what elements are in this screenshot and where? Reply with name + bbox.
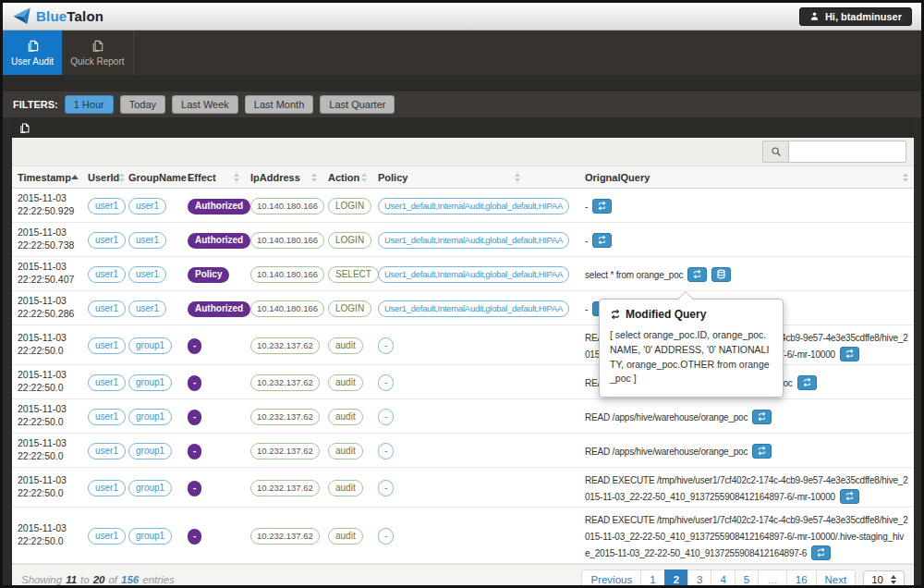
groupname-badge[interactable]: group1 (128, 337, 172, 355)
pagination-page-2-active[interactable]: 2 (664, 570, 688, 588)
policy-badge[interactable]: - (378, 480, 394, 497)
action-badge[interactable]: SELECT (328, 266, 379, 284)
modified-query-button[interactable] (797, 375, 817, 390)
action-badge[interactable]: LOGIN (328, 198, 371, 215)
tab-quick-report[interactable]: Quick Report (62, 31, 133, 75)
page-size-select[interactable]: 10 (863, 570, 905, 588)
action-badge[interactable]: audit (328, 443, 363, 460)
pagination-page-3[interactable]: 3 (687, 570, 711, 588)
action-badge[interactable]: audit (328, 374, 363, 392)
modified-query-button[interactable] (840, 347, 859, 361)
column-header-policy[interactable]: Policy (372, 172, 579, 183)
original-query-text: - (585, 202, 588, 212)
main-tabbar: User Audit Quick Report (3, 31, 921, 75)
app-window: BlueTalon Hi, btadminuser User Audit Qui… (0, 0, 924, 588)
userid-badge[interactable]: user1 (88, 409, 126, 426)
groupname-badge[interactable]: user1 (128, 266, 166, 284)
pagination-page-1[interactable]: 1 (640, 570, 664, 588)
pagination-page-5[interactable]: 5 (735, 570, 759, 588)
userid-badge[interactable]: user1 (88, 198, 126, 215)
filter-last-week[interactable]: Last Week (172, 95, 238, 114)
action-badge[interactable]: audit (328, 337, 363, 355)
ipaddress-badge[interactable]: 10.232.137.62 (250, 337, 320, 354)
policy-badge[interactable]: User1_default,InternalAudit,global_defau… (378, 198, 569, 214)
column-header-userid[interactable]: UserId (82, 172, 123, 183)
modified-query-button[interactable] (592, 199, 612, 214)
column-header-ipaddress[interactable]: IpAddress (245, 172, 322, 183)
filter-last-month[interactable]: Last Month (245, 95, 313, 114)
repeat-icon (802, 377, 812, 387)
groupname-badge[interactable]: group1 (128, 528, 172, 545)
action-badge[interactable]: LOGIN (328, 300, 371, 318)
filter-today[interactable]: Today (120, 95, 165, 114)
table-row: 2015-11-0322:22:50.0 user1 group1 - 10.2… (12, 399, 914, 434)
groupname-badge[interactable]: user1 (128, 198, 166, 215)
ipaddress-badge[interactable]: 10.232.137.62 (250, 409, 320, 425)
policy-badge[interactable]: - (378, 409, 394, 426)
filter-last-quarter[interactable]: Last Quarter (320, 95, 395, 114)
policy-badge[interactable]: User1_default,InternalAudit,global_defau… (378, 232, 569, 249)
ipaddress-badge[interactable]: 10.140.180.166 (250, 300, 324, 317)
timestamp-cell: 2015-11-0322:22:50.0 (12, 435, 82, 465)
ipaddress-badge[interactable]: 10.140.180.166 (250, 232, 324, 249)
userid-badge[interactable]: user1 (88, 528, 126, 545)
column-header-action[interactable]: Action (322, 172, 372, 183)
groupname-badge[interactable]: group1 (128, 443, 172, 460)
report-icon[interactable] (18, 122, 30, 134)
userid-badge[interactable]: user1 (88, 266, 126, 284)
tab-user-audit[interactable]: User Audit (3, 31, 62, 75)
policy-badge[interactable]: - (378, 374, 394, 392)
ipaddress-badge[interactable]: 10.232.137.62 (250, 374, 320, 391)
groupname-badge[interactable]: group1 (128, 409, 172, 426)
modified-query-button[interactable] (752, 410, 772, 424)
brand-name: BlueTalon (36, 8, 103, 24)
column-header-orignalquery[interactable]: OrignalQuery (579, 172, 914, 183)
policy-badge[interactable]: - (378, 337, 394, 355)
pagination-previous[interactable]: Previous (581, 570, 641, 588)
userid-badge[interactable]: user1 (88, 300, 126, 318)
modified-query-button[interactable] (752, 444, 772, 459)
groupname-badge[interactable]: group1 (128, 480, 172, 497)
modified-query-button[interactable] (592, 233, 612, 248)
filter-1-hour[interactable]: 1 Hour (65, 95, 114, 114)
column-header-timestamp[interactable]: Timestamp (12, 172, 82, 183)
groupname-badge[interactable]: user1 (128, 300, 166, 318)
userid-badge[interactable]: user1 (88, 232, 126, 250)
original-query-cell: - (579, 194, 914, 216)
query-result-button[interactable] (711, 267, 731, 282)
search-input[interactable] (788, 141, 906, 163)
sort-icon (234, 173, 239, 182)
pagination-page-16[interactable]: 16 (786, 570, 817, 588)
action-badge[interactable]: audit (328, 409, 363, 426)
pagination-next[interactable]: Next (816, 570, 857, 588)
groupname-badge[interactable]: user1 (128, 232, 166, 250)
userid-badge[interactable]: user1 (88, 337, 126, 355)
modified-query-button[interactable] (687, 267, 707, 282)
groupname-badge[interactable]: group1 (128, 374, 172, 392)
effect-badge: Authorized (188, 199, 250, 214)
modified-query-button[interactable] (811, 545, 831, 560)
ipaddress-badge[interactable]: 10.140.180.166 (250, 198, 324, 214)
policy-badge[interactable]: - (378, 443, 394, 460)
userid-badge[interactable]: user1 (88, 374, 126, 392)
userid-badge[interactable]: user1 (88, 443, 126, 460)
table-row: 2015-11-0322:22:50.929 user1 user1 Autho… (12, 189, 914, 223)
action-badge[interactable]: audit (328, 528, 363, 545)
ipaddress-badge[interactable]: 10.232.137.62 (250, 443, 320, 459)
policy-badge[interactable]: - (378, 528, 394, 545)
ipaddress-badge[interactable]: 10.232.137.62 (250, 480, 320, 496)
action-badge[interactable]: audit (328, 480, 363, 497)
policy-badge[interactable]: User1_default,InternalAudit,global_defau… (378, 266, 569, 283)
column-header-groupname[interactable]: GroupName (123, 172, 182, 183)
policy-badge[interactable]: User1_default,InternalAudit,global_defau… (378, 300, 569, 317)
timestamp-cell: 2015-11-0322:22:50.0 (12, 329, 82, 360)
pagination-page-4[interactable]: 4 (711, 570, 735, 588)
modified-query-button[interactable] (840, 489, 859, 504)
ipaddress-badge[interactable]: 10.140.180.166 (250, 266, 324, 283)
column-header-effect[interactable]: Effect (182, 172, 245, 183)
userid-badge[interactable]: user1 (88, 480, 126, 497)
action-badge[interactable]: LOGIN (328, 232, 371, 250)
ipaddress-badge[interactable]: 10.232.137.62 (250, 528, 320, 545)
panel-header-strip (12, 117, 914, 138)
user-menu-button[interactable]: Hi, btadminuser (799, 7, 912, 26)
